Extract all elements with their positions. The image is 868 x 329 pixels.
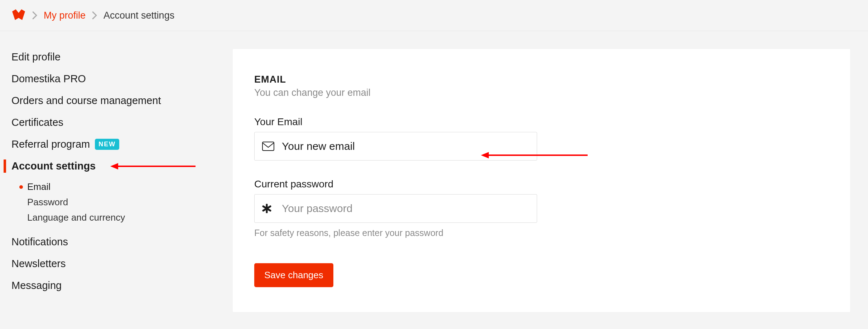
sidebar-item-account-settings[interactable]: Account settings <box>11 158 226 174</box>
section-subtitle: You can change your email <box>254 87 829 98</box>
save-button[interactable]: Save changes <box>254 263 333 287</box>
account-sub-nav: Email Password Language and currency <box>11 181 226 223</box>
active-dot-icon <box>19 185 23 189</box>
sidebar-item-referral[interactable]: Referral program NEW <box>11 136 226 152</box>
password-help-text: For safety reasons, please enter your pa… <box>254 228 829 238</box>
sidebar-item-edit-profile[interactable]: Edit profile <box>11 49 226 65</box>
sidebar-item-orders[interactable]: Orders and course management <box>11 93 226 109</box>
email-label: Your Email <box>254 116 829 128</box>
chevron-right-icon <box>32 11 37 19</box>
svg-rect-0 <box>262 142 274 151</box>
breadcrumb: My profile Account settings <box>0 0 868 31</box>
envelope-icon <box>262 142 274 151</box>
asterisk-icon <box>262 204 271 213</box>
sub-item-label: Password <box>27 197 68 208</box>
password-label: Current password <box>254 178 829 190</box>
chevron-right-icon <box>92 11 97 19</box>
sub-item-language-currency[interactable]: Language and currency <box>19 212 226 223</box>
sidebar-item-notifications[interactable]: Notifications <box>11 234 226 250</box>
sidebar-item-label: Referral program <box>11 138 90 150</box>
sidebar-item-messaging[interactable]: Messaging <box>11 278 226 294</box>
email-settings-panel: EMAIL You can change your email Your Ema… <box>233 49 850 312</box>
sidebar-item-newsletters[interactable]: Newsletters <box>11 256 226 272</box>
password-input-wrap <box>254 194 537 223</box>
breadcrumb-account-settings: Account settings <box>103 10 174 21</box>
new-badge: NEW <box>95 139 119 150</box>
sidebar-item-certificates[interactable]: Certificates <box>11 114 226 131</box>
sub-item-label: Email <box>27 181 50 192</box>
email-input-wrap <box>254 132 537 161</box>
logo-icon[interactable] <box>11 9 26 21</box>
sub-item-password[interactable]: Password <box>19 197 226 208</box>
settings-sidebar: Edit profile Domestika PRO Orders and co… <box>4 49 226 312</box>
sidebar-item-domestika-pro[interactable]: Domestika PRO <box>11 71 226 87</box>
section-title: EMAIL <box>254 74 829 85</box>
dot-icon <box>19 201 23 204</box>
breadcrumb-my-profile[interactable]: My profile <box>44 10 86 21</box>
password-field[interactable] <box>254 194 537 223</box>
dot-icon <box>19 216 23 220</box>
sub-item-email[interactable]: Email <box>19 181 226 192</box>
email-field[interactable] <box>254 132 537 161</box>
sub-item-label: Language and currency <box>27 212 125 223</box>
